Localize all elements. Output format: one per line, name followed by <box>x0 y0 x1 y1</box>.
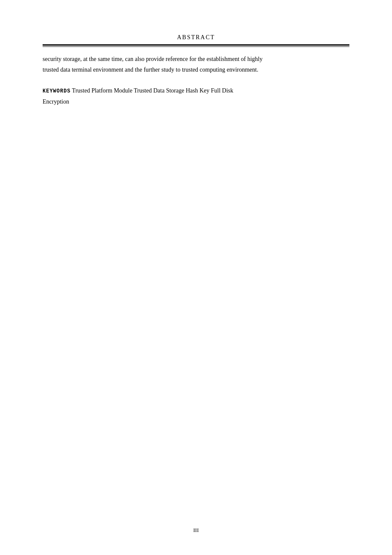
document-page: ABSTRACT security storage, at the same t… <box>0 0 392 555</box>
rule-thin <box>43 46 349 47</box>
keywords-continuation: Encryption <box>43 98 69 105</box>
page-number: III <box>193 527 199 533</box>
abstract-body-text: security storage, at the same time, can … <box>43 54 349 75</box>
keywords-label: KEYWORDS <box>43 88 71 94</box>
body-line-2: trusted data terminal environment and th… <box>43 66 258 73</box>
keywords-section: KEYWORDS Trusted Platform Module Trusted… <box>43 85 349 107</box>
page-footer: III <box>0 527 392 534</box>
body-line-1: security storage, at the same time, can … <box>43 56 262 62</box>
rule-thick <box>43 44 349 46</box>
title-rule <box>43 44 349 47</box>
abstract-title-section: ABSTRACT <box>43 34 349 54</box>
abstract-heading: ABSTRACT <box>43 34 349 41</box>
keywords-items: Trusted Platform Module Trusted Data Sto… <box>72 87 233 94</box>
